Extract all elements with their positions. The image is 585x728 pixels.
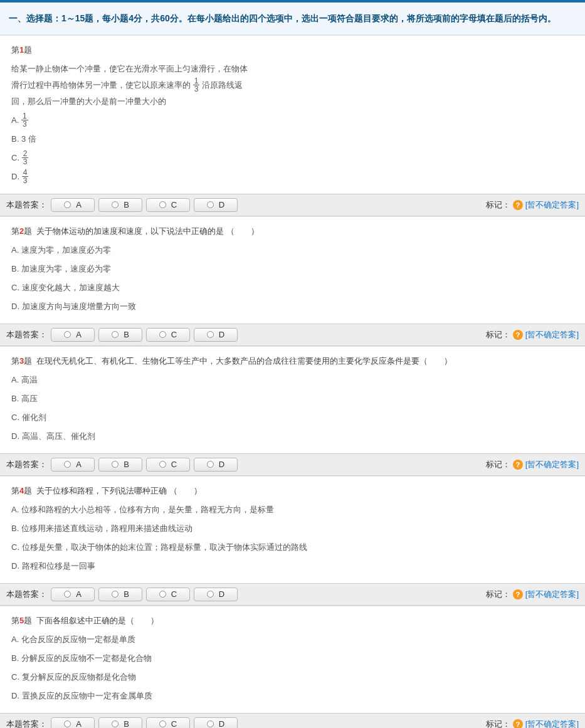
option-b: B. 分解反应的反应物不一定都是化合物 xyxy=(11,650,574,667)
radio-icon xyxy=(64,720,71,727)
stem-text: 关于位移和路程，下列说法哪种正确 （ ） xyxy=(36,486,202,495)
answer-button-c[interactable]: C xyxy=(146,458,190,472)
radio-icon xyxy=(159,201,166,208)
question-title: 第2题 关于物体运动的加速度和速度，以下说法中正确的是 （ ） xyxy=(11,226,574,237)
help-icon[interactable]: ? xyxy=(513,200,523,210)
question-body: A. 高温 B. 高压 C. 催化剂 D. 高温、高压、催化剂 xyxy=(11,372,574,445)
question-4: 第4题 关于位移和路程，下列说法哪种正确 （ ） A. 位移和路程的大小总相等，… xyxy=(0,476,585,583)
answer-button-b[interactable]: B xyxy=(98,458,142,472)
answer-bar: 本题答案： A B C D 标记： ? [暂不确定答案] xyxy=(0,583,585,606)
help-icon[interactable]: ? xyxy=(513,330,523,340)
option-c: C. 23 xyxy=(11,150,574,166)
answer-button-d[interactable]: D xyxy=(194,458,238,472)
mark-label: 标记： xyxy=(486,199,510,211)
answer-button-a[interactable]: A xyxy=(51,198,95,212)
option-d: D. 路程和位移是一回事 xyxy=(11,558,574,574)
radio-icon xyxy=(207,201,214,208)
answer-bar: 本题答案： A B C D 标记： ? [暂不确定答案] xyxy=(0,453,585,476)
radio-icon xyxy=(207,331,214,338)
unsure-link[interactable]: [暂不确定答案] xyxy=(525,459,579,470)
answer-button-c[interactable]: C xyxy=(146,717,190,728)
answer-button-c[interactable]: C xyxy=(146,328,190,342)
mark-label: 标记： xyxy=(486,719,510,728)
answer-button-b[interactable]: B xyxy=(98,198,142,212)
option-a: A. 化合反应的反应物一定都是单质 xyxy=(11,631,574,648)
answer-button-c[interactable]: C xyxy=(146,198,190,212)
stem-text: 滑行过程中再给物体另一冲量，使它以原来速率的 xyxy=(11,80,191,90)
answer-button-d[interactable]: D xyxy=(194,328,238,342)
option-d: D. 43 xyxy=(11,169,574,185)
radio-icon xyxy=(159,331,166,338)
help-icon[interactable]: ? xyxy=(513,589,523,599)
answer-label: 本题答案： xyxy=(6,589,47,600)
option-a: A. 13 xyxy=(11,112,574,129)
option-c: C. 复分解反应的反应物都是化合物 xyxy=(11,669,574,685)
question-body: 给某一静止物体一个冲量，使它在光滑水平面上匀速滑行，在物体 滑行过程中再给物体另… xyxy=(11,61,574,185)
radio-icon xyxy=(64,591,71,598)
option-a: A. 高温 xyxy=(11,372,574,388)
option-d: D. 置换反应的反应物中一定有金属单质 xyxy=(11,688,574,704)
answer-button-d[interactable]: D xyxy=(194,588,238,601)
q-prefix: 第 xyxy=(11,226,19,236)
fraction-icon: 13 xyxy=(21,112,28,128)
radio-icon xyxy=(112,201,119,208)
stem-text: 在现代无机化工、有机化工、生物化工等生产中，大多数产品的合成往往需要使用的主要化… xyxy=(36,356,452,366)
answer-button-a[interactable]: A xyxy=(51,588,95,601)
unsure-link[interactable]: [暂不确定答案] xyxy=(525,329,579,340)
option-d: D. 加速度方向与速度增量方向一致 xyxy=(11,298,574,315)
radio-icon xyxy=(159,720,166,727)
mark-label: 标记： xyxy=(486,589,510,600)
fraction-icon: 43 xyxy=(22,169,29,184)
stem-text: 下面各组叙述中正确的是（ ） xyxy=(36,616,159,625)
unsure-link[interactable]: [暂不确定答案] xyxy=(525,199,579,211)
question-body: A. 化合反应的反应物一定都是单质 B. 分解反应的反应物不一定都是化合物 C.… xyxy=(11,631,574,704)
radio-icon xyxy=(64,461,71,468)
answer-button-a[interactable]: A xyxy=(51,458,95,472)
q-prefix: 第 xyxy=(11,486,19,495)
radio-icon xyxy=(207,461,214,468)
question-3: 第3题 在现代无机化工、有机化工、生物化工等生产中，大多数产品的合成往往需要使用… xyxy=(0,346,585,453)
answer-button-b[interactable]: B xyxy=(98,328,142,342)
mark-label: 标记： xyxy=(486,459,510,470)
answer-bar: 本题答案： A B C D 标记： ? [暂不确定答案] xyxy=(0,713,585,728)
radio-icon xyxy=(112,720,119,727)
option-a: A. 速度为零，加速度必为零 xyxy=(11,242,574,258)
q-suffix: 题 xyxy=(24,616,32,625)
radio-icon xyxy=(207,591,214,598)
answer-label: 本题答案： xyxy=(6,329,47,340)
help-icon[interactable]: ? xyxy=(513,460,523,470)
unsure-link[interactable]: [暂不确定答案] xyxy=(525,719,579,728)
unsure-link[interactable]: [暂不确定答案] xyxy=(525,589,579,600)
option-c: C. 位移是矢量，取决于物体的始末位置；路程是标量，取决于物体实际通过的路线 xyxy=(11,539,574,556)
fraction-icon: 13 xyxy=(193,77,200,93)
answer-button-b[interactable]: B xyxy=(98,717,142,728)
q-suffix: 题 xyxy=(24,226,32,236)
help-icon[interactable]: ? xyxy=(513,719,523,728)
answer-bar: 本题答案： A B C D 标记： ? [暂不确定答案] xyxy=(0,324,585,346)
answer-button-b[interactable]: B xyxy=(98,588,142,601)
option-b: B. 位移用来描述直线运动，路程用来描述曲线运动 xyxy=(11,520,574,537)
option-b: B. 3 倍 xyxy=(11,131,574,147)
question-title: 第1题 xyxy=(11,45,574,56)
answer-button-c[interactable]: C xyxy=(146,588,190,601)
question-5: 第5题 下面各组叙述中正确的是（ ） A. 化合反应的反应物一定都是单质 B. … xyxy=(0,606,585,713)
stem-line: 给某一静止物体一个冲量，使它在光滑水平面上匀速滑行，在物体 xyxy=(11,61,574,77)
q-prefix: 第 xyxy=(11,45,19,55)
radio-icon xyxy=(159,461,166,468)
answer-label: 本题答案： xyxy=(6,199,47,211)
answer-button-d[interactable]: D xyxy=(194,198,238,212)
answer-button-a[interactable]: A xyxy=(51,717,95,728)
answer-button-a[interactable]: A xyxy=(51,328,95,342)
radio-icon xyxy=(64,331,71,338)
fraction-icon: 23 xyxy=(22,150,29,166)
stem-text: 关于物体运动的加速度和速度，以下说法中正确的是 （ ） xyxy=(36,226,259,236)
option-d: D. 高温、高压、催化剂 xyxy=(11,428,574,445)
radio-icon xyxy=(207,720,214,727)
stem-text: 沿原路线返 xyxy=(202,80,243,90)
answer-button-d[interactable]: D xyxy=(194,717,238,728)
radio-icon xyxy=(112,461,119,468)
question-2: 第2题 关于物体运动的加速度和速度，以下说法中正确的是 （ ） A. 速度为零，… xyxy=(0,216,585,324)
radio-icon xyxy=(112,591,119,598)
q-prefix: 第 xyxy=(11,356,19,366)
q-suffix: 题 xyxy=(24,356,32,366)
